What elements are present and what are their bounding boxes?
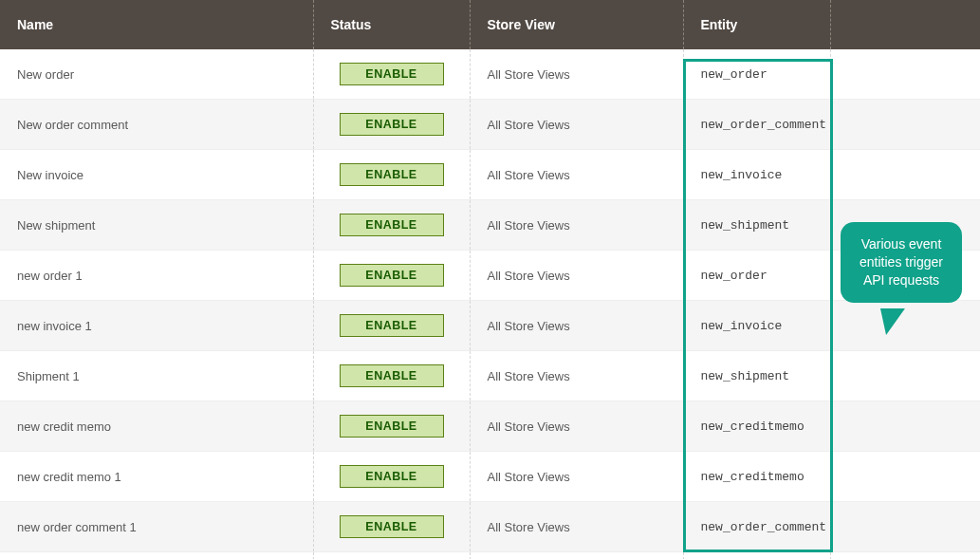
status-badge: ENABLE [340,465,444,488]
entity-value: new_order_comment [701,118,827,132]
cell-empty [830,452,980,502]
cell-store-view: All Store Views [470,301,683,351]
cell-status: ENABLE [313,502,470,552]
cell-store-view: All Store Views [470,401,683,452]
cell-empty [830,552,980,560]
cell-entity: new_customer [683,552,830,560]
cell-store-view: All Store Views [470,150,683,200]
table-row[interactable]: New shipmentENABLEAll Store Viewsnew_shi… [0,200,980,251]
status-badge: ENABLE [340,264,444,287]
table-row[interactable]: Shipment 1ENABLEAll Store Viewsnew_shipm… [0,351,980,401]
entity-value: new_shipment [701,369,790,383]
cell-name: new order comment 1 [0,502,313,552]
status-badge: ENABLE [340,314,444,337]
cell-store-view: All Store Views [470,251,683,301]
cell-name: New invoice [0,150,313,200]
table-row[interactable]: new order 1ENABLEAll Store Viewsnew_orde… [0,251,980,301]
cell-store-view: All Store Views [470,502,683,552]
cell-status: ENABLE [313,251,470,301]
event-name: New invoice [17,168,83,182]
entity-value: new_shipment [701,218,790,233]
cell-name: new customer [0,552,313,560]
cell-status: ENABLE [313,49,470,100]
cell-empty [830,150,980,200]
cell-empty [830,502,980,552]
col-header-tail [830,0,980,49]
annotation-callout: Various event entities trigger API reque… [841,222,962,303]
store-view-value: All Store Views [488,67,570,82]
store-view-value: All Store Views [488,168,570,182]
event-name: New order comment [17,118,128,132]
cell-entity: new_order [683,251,830,301]
store-view-value: All Store Views [488,118,570,132]
table-header-row: Name Status Store View Entity [0,0,980,49]
cell-status: ENABLE [313,351,470,401]
cell-empty [830,401,980,452]
entity-value: new_order_comment [701,520,827,534]
event-name: new order comment 1 [17,520,137,534]
cell-store-view: All Store Views [470,49,683,100]
cell-name: Shipment 1 [0,351,313,401]
events-table: Name Status Store View Entity New orderE… [0,0,980,559]
table-row[interactable]: New order commentENABLEAll Store Viewsne… [0,100,980,150]
entity-value: new_creditmemo [701,419,804,434]
cell-status: ENABLE [313,301,470,351]
cell-status: ENABLE [313,452,470,502]
table-row[interactable]: new credit memo 1ENABLEAll Store Viewsne… [0,452,980,502]
cell-entity: new_order_comment [683,502,830,552]
cell-status: ENABLE [313,552,470,560]
status-badge: ENABLE [340,214,444,236]
cell-status: ENABLE [313,150,470,200]
entity-value: new_invoice [701,319,783,333]
cell-empty [830,100,980,150]
store-view-value: All Store Views [488,369,570,383]
cell-entity: new_creditmemo [683,452,830,502]
entity-value: new_creditmemo [701,470,804,484]
event-name: New shipment [17,218,95,233]
table-row[interactable]: new credit memoENABLEAll Store Viewsnew_… [0,401,980,452]
cell-name: new invoice 1 [0,301,313,351]
cell-status: ENABLE [313,100,470,150]
status-badge: ENABLE [340,415,444,438]
cell-entity: new_shipment [683,351,830,401]
store-view-value: All Store Views [488,319,570,333]
cell-name: New shipment [0,200,313,251]
store-view-value: All Store Views [488,269,570,283]
table-row[interactable]: new customerENABLEAll Store Viewsnew_cus… [0,552,980,560]
callout-text: Various event entities trigger API reque… [860,236,943,288]
store-view-value: All Store Views [488,419,570,434]
cell-entity: new_order_comment [683,100,830,150]
annotation-callout-tail [877,308,905,335]
cell-store-view: All Store Views [470,452,683,502]
table-row[interactable]: New invoiceENABLEAll Store Viewsnew_invo… [0,150,980,200]
event-name: new credit memo 1 [17,470,121,484]
cell-store-view: All Store Views [470,200,683,251]
cell-store-view: All Store Views [470,552,683,560]
table-row[interactable]: New orderENABLEAll Store Viewsnew_order [0,49,980,100]
event-name: new invoice 1 [17,319,92,333]
col-header-status[interactable]: Status [313,0,470,49]
table-row[interactable]: new order comment 1ENABLEAll Store Views… [0,502,980,552]
event-name: Shipment 1 [17,369,80,383]
cell-name: New order [0,49,313,100]
entity-value: new_invoice [701,168,783,182]
col-header-name[interactable]: Name [0,0,313,49]
entity-value: new_order [701,269,767,283]
grid-container: Name Status Store View Entity New orderE… [0,0,980,559]
cell-name: new credit memo [0,401,313,452]
table-row[interactable]: new invoice 1ENABLEAll Store Viewsnew_in… [0,301,980,351]
event-name: new order 1 [17,269,83,283]
cell-empty [830,49,980,100]
cell-store-view: All Store Views [470,100,683,150]
store-view-value: All Store Views [488,520,570,534]
status-badge: ENABLE [340,163,444,186]
cell-status: ENABLE [313,401,470,452]
cell-entity: new_invoice [683,301,830,351]
col-header-entity[interactable]: Entity [683,0,830,49]
status-badge: ENABLE [340,364,444,387]
cell-name: new credit memo 1 [0,452,313,502]
cell-empty [830,351,980,401]
status-badge: ENABLE [340,113,444,136]
cell-name: new order 1 [0,251,313,301]
col-header-store[interactable]: Store View [470,0,683,49]
